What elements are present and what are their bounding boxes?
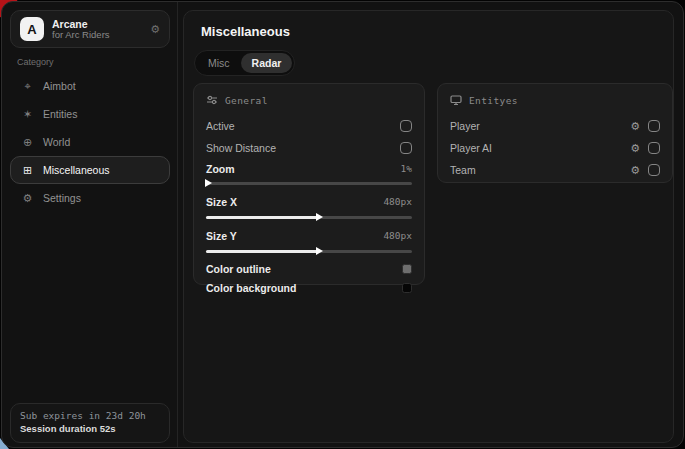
app-name: Arcane (52, 18, 150, 30)
sidebar-nav: ⌖ Aimbot ✶ Entities ⊕ World ⊞ Miscellane… (10, 72, 170, 212)
sparkle-icon: ✶ (21, 108, 34, 121)
setting-label: Active (206, 120, 235, 132)
app-subtitle: for Arc Riders (52, 30, 150, 41)
setting-row-size-x: Size X 480px (206, 191, 412, 212)
sync-icon[interactable]: ⚙ (150, 23, 160, 36)
slider-thumb[interactable] (316, 213, 323, 221)
tab-misc[interactable]: Misc (197, 53, 241, 73)
setting-label: Color outline (206, 263, 271, 275)
screen: A Arcane for Arc Riders ⚙ Category ⌖ Aim… (0, 0, 685, 449)
player-ai-settings-gear-icon[interactable]: ⚙ (630, 143, 640, 154)
crosshair-icon: ⌖ (21, 80, 34, 93)
sidebar-item-world[interactable]: ⊕ World (10, 128, 170, 156)
setting-label: Size Y (206, 230, 237, 242)
sidebar-item-entities[interactable]: ✶ Entities (10, 100, 170, 128)
sidebar-item-label: Entities (43, 108, 77, 120)
zoom-value: 1% (401, 163, 412, 174)
entity-row-player-ai: Player AI ⚙ (450, 137, 660, 159)
main-content: Miscellaneous Misc Radar General (183, 10, 674, 443)
size-x-value: 480px (383, 196, 412, 207)
color-background-swatch[interactable] (402, 283, 412, 293)
entities-panel: Entityes Player ⚙ Player AI ⚙ (437, 83, 673, 183)
entity-row-team: Team ⚙ (450, 159, 660, 181)
setting-row-active: Active (206, 115, 412, 137)
slider-thumb[interactable] (316, 247, 323, 255)
tab-group: Misc Radar (194, 50, 295, 76)
player-settings-gear-icon[interactable]: ⚙ (630, 121, 640, 132)
color-outline-swatch[interactable] (402, 264, 412, 274)
gear-icon: ⚙ (21, 192, 34, 205)
entity-row-player: Player ⚙ (450, 115, 660, 137)
app-header-card: A Arcane for Arc Riders ⚙ (10, 10, 170, 48)
subscription-status-card: Sub expires in 23d 20h Session duration … (10, 403, 170, 443)
sliders-icon (206, 94, 218, 106)
slider-thumb[interactable] (205, 179, 212, 187)
entity-label: Player AI (450, 142, 492, 154)
setting-row-show-distance: Show Distance (206, 137, 412, 159)
general-panel: General Active Show Distance Zoom 1% (193, 83, 425, 285)
sidebar-item-label: World (43, 136, 70, 148)
monitor-icon (450, 94, 462, 106)
sidebar-item-miscellaneous[interactable]: ⊞ Miscellaneous (10, 156, 170, 184)
tab-radar[interactable]: Radar (241, 53, 293, 73)
app-window: A Arcane for Arc Riders ⚙ Category ⌖ Aim… (1, 1, 684, 448)
category-label: Category (17, 57, 54, 67)
setting-row-color-outline: Color outline (206, 259, 412, 278)
setting-label: Zoom (206, 163, 235, 175)
size-x-slider[interactable] (206, 213, 412, 221)
team-checkbox[interactable] (648, 164, 660, 176)
size-y-value: 480px (383, 230, 412, 241)
globe-icon: ⊕ (21, 136, 34, 149)
show-distance-checkbox[interactable] (400, 142, 412, 154)
sidebar-item-settings[interactable]: ⚙ Settings (10, 184, 170, 212)
active-checkbox[interactable] (400, 120, 412, 132)
sidebar-item-aimbot[interactable]: ⌖ Aimbot (10, 72, 170, 100)
page-title: Miscellaneous (201, 24, 290, 39)
app-logo: A (20, 17, 44, 41)
setting-row-size-y: Size Y 480px (206, 225, 412, 246)
panel-title: General (225, 95, 268, 106)
player-checkbox[interactable] (648, 120, 660, 132)
sidebar: A Arcane for Arc Riders ⚙ Category ⌖ Aim… (2, 2, 178, 447)
entity-label: Team (450, 164, 476, 176)
grid-icon: ⊞ (21, 164, 34, 177)
setting-row-zoom: Zoom 1% (206, 159, 412, 178)
sidebar-item-label: Settings (43, 192, 81, 204)
session-duration-text: Session duration 52s (20, 423, 160, 434)
sidebar-item-label: Miscellaneous (43, 164, 110, 176)
size-y-slider[interactable] (206, 247, 412, 255)
entity-label: Player (450, 120, 480, 132)
setting-row-color-background: Color background (206, 278, 412, 297)
sub-expires-text: Sub expires in 23d 20h (20, 410, 160, 421)
setting-label: Size X (206, 196, 237, 208)
zoom-slider[interactable] (206, 179, 412, 187)
setting-label: Color background (206, 282, 296, 294)
team-settings-gear-icon[interactable]: ⚙ (630, 165, 640, 176)
sidebar-item-label: Aimbot (43, 80, 76, 92)
player-ai-checkbox[interactable] (648, 142, 660, 154)
setting-label: Show Distance (206, 142, 276, 154)
panel-title: Entityes (469, 95, 518, 106)
